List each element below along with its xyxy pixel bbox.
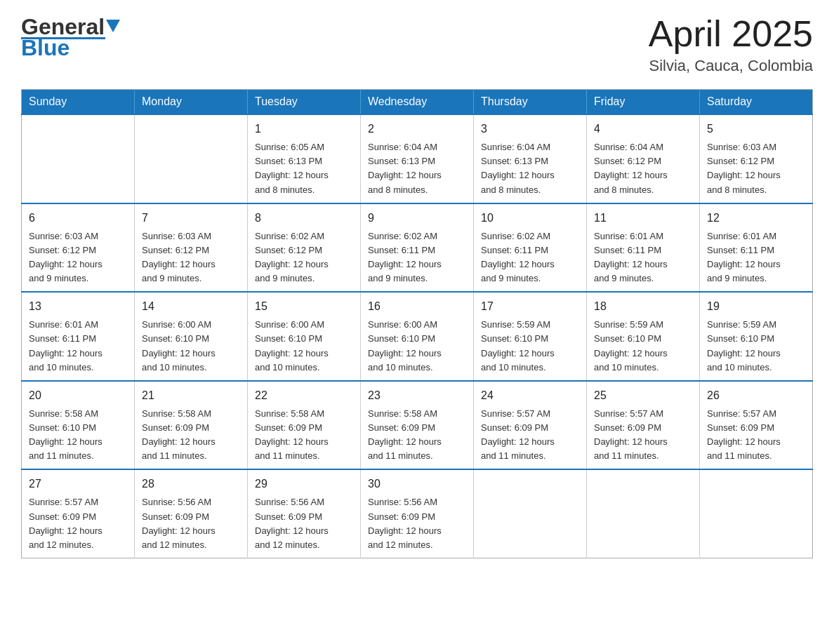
day-info: Sunrise: 6:00 AM Sunset: 6:10 PM Dayligh…: [368, 318, 466, 375]
day-number: 20: [29, 387, 127, 404]
calendar-cell: 9Sunrise: 6:02 AM Sunset: 6:11 PM Daylig…: [361, 203, 474, 293]
day-number: 30: [368, 476, 466, 492]
day-number: 22: [255, 387, 353, 404]
calendar-header-row: SundayMondayTuesdayWednesdayThursdayFrid…: [22, 90, 813, 115]
day-info: Sunrise: 5:58 AM Sunset: 6:09 PM Dayligh…: [368, 407, 466, 464]
day-number: 5: [707, 121, 805, 137]
day-number: 16: [368, 298, 466, 315]
calendar-cell: 2Sunrise: 6:04 AM Sunset: 6:13 PM Daylig…: [361, 114, 474, 203]
calendar-table: SundayMondayTuesdayWednesdayThursdayFrid…: [21, 89, 813, 558]
header-tuesday: Tuesday: [248, 90, 361, 115]
calendar-cell: 11Sunrise: 6:01 AM Sunset: 6:11 PM Dayli…: [587, 203, 700, 293]
day-info: Sunrise: 5:57 AM Sunset: 6:09 PM Dayligh…: [707, 407, 805, 464]
header-wednesday: Wednesday: [361, 90, 474, 115]
day-number: 11: [594, 210, 692, 227]
day-info: Sunrise: 5:59 AM Sunset: 6:10 PM Dayligh…: [594, 318, 692, 375]
page-header: General Blue April 2025 Silvia, Cauca, C…: [21, 14, 813, 75]
calendar-cell: 17Sunrise: 5:59 AM Sunset: 6:10 PM Dayli…: [474, 292, 587, 381]
day-info: Sunrise: 6:04 AM Sunset: 6:13 PM Dayligh…: [368, 140, 466, 197]
day-number: 14: [142, 298, 240, 315]
calendar-cell: 1Sunrise: 6:05 AM Sunset: 6:13 PM Daylig…: [248, 114, 361, 203]
day-number: 26: [707, 387, 805, 404]
calendar-cell: 22Sunrise: 5:58 AM Sunset: 6:09 PM Dayli…: [248, 381, 361, 470]
calendar-cell: 12Sunrise: 6:01 AM Sunset: 6:11 PM Dayli…: [700, 203, 813, 293]
svg-marker-0: [106, 20, 120, 32]
day-info: Sunrise: 6:01 AM Sunset: 6:11 PM Dayligh…: [29, 318, 127, 375]
day-number: 29: [255, 476, 353, 492]
calendar-cell: 15Sunrise: 6:00 AM Sunset: 6:10 PM Dayli…: [248, 292, 361, 381]
day-number: 19: [707, 298, 805, 315]
calendar-cell: 7Sunrise: 6:03 AM Sunset: 6:12 PM Daylig…: [135, 203, 248, 293]
calendar-cell: 24Sunrise: 5:57 AM Sunset: 6:09 PM Dayli…: [474, 381, 587, 470]
calendar-cell: 19Sunrise: 5:59 AM Sunset: 6:10 PM Dayli…: [700, 292, 813, 381]
calendar-cell: 29Sunrise: 5:56 AM Sunset: 6:09 PM Dayli…: [248, 469, 361, 558]
day-info: Sunrise: 6:04 AM Sunset: 6:13 PM Dayligh…: [481, 140, 579, 197]
day-number: 7: [142, 210, 240, 227]
day-number: 15: [255, 298, 353, 315]
day-info: Sunrise: 6:03 AM Sunset: 6:12 PM Dayligh…: [29, 229, 127, 286]
day-info: Sunrise: 6:02 AM Sunset: 6:11 PM Dayligh…: [368, 229, 466, 286]
day-info: Sunrise: 5:57 AM Sunset: 6:09 PM Dayligh…: [29, 495, 127, 552]
day-number: 6: [29, 210, 127, 227]
calendar-cell: 8Sunrise: 6:02 AM Sunset: 6:12 PM Daylig…: [248, 203, 361, 293]
day-number: 4: [594, 121, 692, 137]
day-info: Sunrise: 5:58 AM Sunset: 6:09 PM Dayligh…: [255, 407, 353, 464]
day-number: 18: [594, 298, 692, 315]
day-number: 10: [481, 210, 579, 227]
calendar-week-row: 1Sunrise: 6:05 AM Sunset: 6:13 PM Daylig…: [22, 114, 813, 203]
day-number: 28: [142, 476, 240, 492]
day-number: 21: [142, 387, 240, 404]
calendar-cell: 27Sunrise: 5:57 AM Sunset: 6:09 PM Dayli…: [22, 469, 135, 558]
day-info: Sunrise: 5:59 AM Sunset: 6:10 PM Dayligh…: [481, 318, 579, 375]
calendar-cell: [700, 469, 813, 558]
day-number: 3: [481, 121, 579, 137]
day-number: 2: [368, 121, 466, 137]
day-number: 13: [29, 298, 127, 315]
calendar-week-row: 20Sunrise: 5:58 AM Sunset: 6:10 PM Dayli…: [22, 381, 813, 470]
month-title: April 2025: [649, 14, 813, 54]
calendar-cell: 13Sunrise: 6:01 AM Sunset: 6:11 PM Dayli…: [22, 292, 135, 381]
day-number: 9: [368, 210, 466, 227]
header-thursday: Thursday: [474, 90, 587, 115]
logo-blue-text: Blue: [21, 35, 70, 61]
day-info: Sunrise: 5:57 AM Sunset: 6:09 PM Dayligh…: [594, 407, 692, 464]
day-info: Sunrise: 6:00 AM Sunset: 6:10 PM Dayligh…: [255, 318, 353, 375]
calendar-cell: 16Sunrise: 6:00 AM Sunset: 6:10 PM Dayli…: [361, 292, 474, 381]
day-info: Sunrise: 5:56 AM Sunset: 6:09 PM Dayligh…: [368, 495, 466, 552]
logo-triangle-icon: [106, 20, 120, 35]
day-info: Sunrise: 6:01 AM Sunset: 6:11 PM Dayligh…: [707, 229, 805, 286]
day-info: Sunrise: 5:56 AM Sunset: 6:09 PM Dayligh…: [255, 495, 353, 552]
day-info: Sunrise: 6:05 AM Sunset: 6:13 PM Dayligh…: [255, 140, 353, 197]
calendar-cell: [474, 469, 587, 558]
calendar-cell: 18Sunrise: 5:59 AM Sunset: 6:10 PM Dayli…: [587, 292, 700, 381]
day-info: Sunrise: 6:02 AM Sunset: 6:12 PM Dayligh…: [255, 229, 353, 286]
day-info: Sunrise: 6:03 AM Sunset: 6:12 PM Dayligh…: [707, 140, 805, 197]
calendar-cell: 4Sunrise: 6:04 AM Sunset: 6:12 PM Daylig…: [587, 114, 700, 203]
day-info: Sunrise: 5:58 AM Sunset: 6:09 PM Dayligh…: [142, 407, 240, 464]
day-info: Sunrise: 5:59 AM Sunset: 6:10 PM Dayligh…: [707, 318, 805, 375]
header-sunday: Sunday: [22, 90, 135, 115]
calendar-cell: 26Sunrise: 5:57 AM Sunset: 6:09 PM Dayli…: [700, 381, 813, 470]
header-friday: Friday: [587, 90, 700, 115]
calendar-cell: 5Sunrise: 6:03 AM Sunset: 6:12 PM Daylig…: [700, 114, 813, 203]
day-number: 1: [255, 121, 353, 137]
calendar-cell: 28Sunrise: 5:56 AM Sunset: 6:09 PM Dayli…: [135, 469, 248, 558]
logo: General Blue: [21, 14, 120, 61]
calendar-week-row: 13Sunrise: 6:01 AM Sunset: 6:11 PM Dayli…: [22, 292, 813, 381]
calendar-cell: 14Sunrise: 6:00 AM Sunset: 6:10 PM Dayli…: [135, 292, 248, 381]
calendar-cell: 21Sunrise: 5:58 AM Sunset: 6:09 PM Dayli…: [135, 381, 248, 470]
day-number: 12: [707, 210, 805, 227]
day-info: Sunrise: 6:03 AM Sunset: 6:12 PM Dayligh…: [142, 229, 240, 286]
calendar-cell: 3Sunrise: 6:04 AM Sunset: 6:13 PM Daylig…: [474, 114, 587, 203]
calendar-cell: 10Sunrise: 6:02 AM Sunset: 6:11 PM Dayli…: [474, 203, 587, 293]
day-info: Sunrise: 6:04 AM Sunset: 6:12 PM Dayligh…: [594, 140, 692, 197]
day-number: 24: [481, 387, 579, 404]
header-monday: Monday: [135, 90, 248, 115]
calendar-week-row: 6Sunrise: 6:03 AM Sunset: 6:12 PM Daylig…: [22, 203, 813, 293]
title-area: April 2025 Silvia, Cauca, Colombia: [649, 14, 813, 75]
day-number: 17: [481, 298, 579, 315]
day-number: 27: [29, 476, 127, 492]
calendar-week-row: 27Sunrise: 5:57 AM Sunset: 6:09 PM Dayli…: [22, 469, 813, 558]
calendar-cell: 20Sunrise: 5:58 AM Sunset: 6:10 PM Dayli…: [22, 381, 135, 470]
location-subtitle: Silvia, Cauca, Colombia: [649, 57, 813, 75]
